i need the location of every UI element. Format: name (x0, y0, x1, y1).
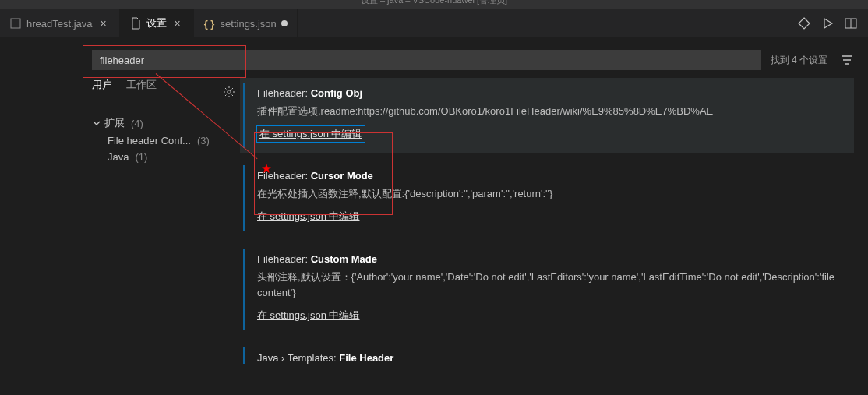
file-icon (129, 17, 142, 30)
setting-prefix: Java › Templates: (257, 352, 339, 364)
chevron-down-icon (92, 118, 101, 128)
java-file-icon (9, 17, 22, 30)
filter-icon[interactable] (840, 53, 854, 67)
tab-settings[interactable]: 设置 × (120, 9, 194, 37)
setting-name: Cursor Mode (311, 170, 373, 182)
tree-item-extensions[interactable]: 扩展 (4) (92, 114, 224, 132)
tab-label: settings.json (221, 18, 277, 30)
braces-icon: { } (203, 17, 216, 30)
setting-description: 头部注释,默认设置：{'Author':'your name','Date':'… (257, 270, 842, 302)
edit-in-settings-json-link[interactable]: 在 settings.json 中编辑 (257, 209, 360, 225)
close-icon[interactable]: × (97, 17, 110, 30)
svg-rect-0 (11, 19, 20, 28)
settings-search-row: 找到 4 个设置 (0, 37, 868, 78)
setting-title: Java › Templates: File Header (257, 351, 842, 367)
setting-fileheader-cursormode[interactable]: Fileheader: Cursor Mode 在光标处插入函数注释,默认配置:… (240, 160, 854, 235)
edit-in-settings-json-link[interactable]: 在 settings.json 中编辑 (257, 126, 365, 143)
run-icon[interactable] (821, 17, 834, 30)
setting-name: File Header (339, 352, 393, 364)
split-editor-icon[interactable] (845, 17, 857, 30)
search-result-count: 找到 4 个设置 (771, 54, 831, 67)
setting-prefix: Fileheader: (257, 253, 311, 265)
tree-count: (3) (197, 135, 210, 146)
setting-title: Fileheader: Cursor Mode (257, 168, 842, 185)
settings-search-input[interactable] (92, 50, 761, 70)
setting-prefix: Fileheader: (257, 87, 311, 99)
close-icon[interactable]: × (171, 17, 184, 30)
tree-item-java[interactable]: Java (1) (92, 149, 224, 165)
setting-title: Fileheader: Custom Made (257, 252, 842, 268)
window-title: 设置 – java – VSCode-huawei [管理员] (361, 0, 507, 5)
tab-threadtest[interactable]: hreadTest.java × (0, 9, 120, 37)
setting-name: Custom Made (311, 253, 377, 265)
modified-dot-icon (281, 20, 288, 26)
tree-label: 扩展 (104, 116, 125, 130)
settings-tree: 扩展 (4) File header Conf... (3) Java (1) (92, 114, 224, 165)
setting-fileheader-custommade[interactable]: Fileheader: Custom Made 头部注释,默认设置：{'Auth… (240, 244, 854, 335)
window-titlebar: 设置 – java – VSCode-huawei [管理员] (0, 0, 868, 9)
tree-label: Java (108, 151, 129, 163)
tab-label: 设置 (146, 16, 167, 30)
tab-settings-json[interactable]: { } settings.json (194, 9, 298, 37)
setting-description: 插件配置选项,readme:https://github.com/OBKoro1… (257, 104, 842, 120)
editor-actions (787, 9, 868, 37)
settings-list: Fileheader: Config Obj 插件配置选项,readme:htt… (224, 78, 854, 395)
modified-indicator (243, 165, 245, 231)
modified-indicator (243, 347, 245, 364)
tree-count: (1) (135, 151, 147, 163)
scope-tab-user[interactable]: 用户 (92, 78, 112, 97)
setting-java-templates-fileheader[interactable]: Java › Templates: File Header (240, 343, 854, 369)
editor-tabbar: hreadTest.java × 设置 × { } settings.json (0, 9, 868, 37)
edit-in-settings-json-link[interactable]: 在 settings.json 中编辑 (257, 308, 360, 324)
tree-count: (4) (131, 118, 143, 129)
tree-label: File header Conf... (108, 135, 191, 146)
settings-scope-tabs: 用户 工作区 (92, 78, 224, 104)
gear-icon[interactable] (224, 86, 235, 98)
setting-fileheader-configobj[interactable]: Fileheader: Config Obj 插件配置选项,readme:htt… (240, 78, 854, 153)
setting-prefix: Fileheader: (257, 170, 311, 182)
svg-point-3 (228, 90, 231, 93)
modified-indicator (243, 249, 245, 330)
scope-tab-workspace[interactable]: 工作区 (126, 78, 157, 97)
setting-description: 在光标处插入函数注释,默认配置:{'description':'','param… (257, 186, 842, 203)
setting-name: Config Obj (311, 87, 362, 99)
tab-label: hreadTest.java (26, 18, 93, 30)
modified-indicator (243, 83, 245, 148)
setting-title: Fileheader: Config Obj (257, 86, 842, 102)
open-settings-json-icon[interactable] (798, 17, 810, 30)
tree-item-fileheader[interactable]: File header Conf... (3) (92, 132, 224, 149)
